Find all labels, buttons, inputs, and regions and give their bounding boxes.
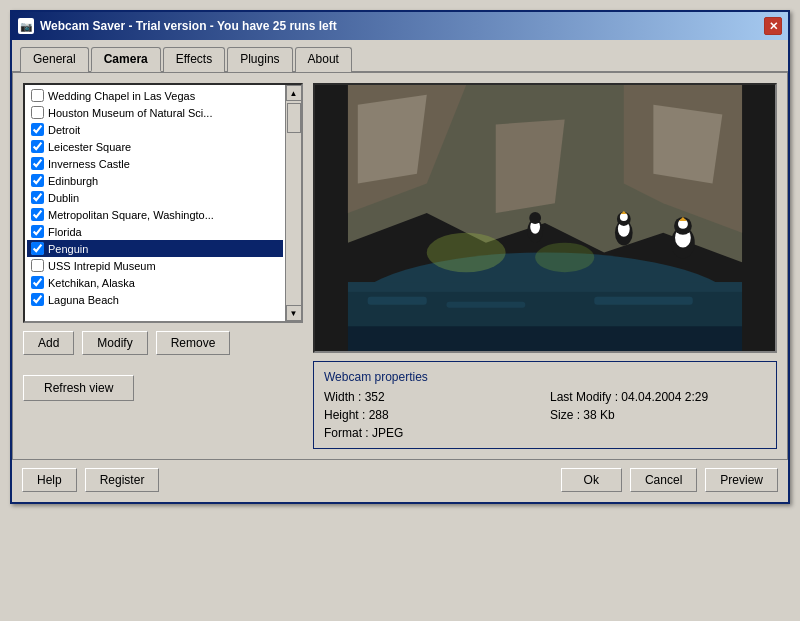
svg-marker-7: [358, 95, 427, 184]
preview-button[interactable]: Preview: [705, 468, 778, 492]
refresh-btn-row: Refresh view: [23, 375, 303, 401]
camera-checkbox[interactable]: [31, 276, 44, 289]
svg-point-21: [620, 213, 628, 221]
camera-label: Laguna Beach: [48, 294, 119, 306]
tab-content: Wedding Chapel in Las VegasHouston Museu…: [12, 73, 788, 460]
webcam-props-title: Webcam properties: [324, 370, 766, 384]
remove-button[interactable]: Remove: [156, 331, 231, 355]
list-item[interactable]: Houston Museum of Natural Sci...: [27, 104, 283, 121]
modify-button[interactable]: Modify: [82, 331, 147, 355]
camera-label: Houston Museum of Natural Sci...: [48, 107, 212, 119]
list-item[interactable]: Penguin: [27, 240, 283, 257]
window-title: Webcam Saver - Trial version - You have …: [40, 19, 337, 33]
close-button[interactable]: ✕: [764, 17, 782, 35]
bottom-bar: Help Register Ok Cancel Preview: [12, 460, 788, 502]
last-modify-prop: Last Modify : 04.04.2004 2:29: [550, 390, 766, 404]
camera-label: Penguin: [48, 243, 88, 255]
camera-label: Metropolitan Square, Washingto...: [48, 209, 214, 221]
webcam-properties: Webcam properties Width : 352 Last Modif…: [313, 361, 777, 449]
titlebar-left: 📷 Webcam Saver - Trial version - You hav…: [18, 18, 337, 34]
scrollbar[interactable]: ▲ ▼: [285, 85, 301, 321]
camera-list-container: Wedding Chapel in Las VegasHouston Museu…: [23, 83, 303, 323]
main-layout: Wedding Chapel in Las VegasHouston Museu…: [23, 83, 777, 449]
camera-checkbox[interactable]: [31, 106, 44, 119]
webcam-preview: [313, 83, 777, 353]
size-prop: Size : 38 Kb: [550, 408, 766, 422]
camera-checkbox[interactable]: [31, 140, 44, 153]
camera-label: USS Intrepid Museum: [48, 260, 156, 272]
svg-rect-11: [446, 302, 525, 308]
list-item[interactable]: Edinburgh: [27, 172, 283, 189]
svg-rect-12: [594, 297, 693, 305]
cancel-button[interactable]: Cancel: [630, 468, 697, 492]
camera-checkbox[interactable]: [31, 208, 44, 221]
camera-label: Detroit: [48, 124, 80, 136]
camera-checkbox[interactable]: [31, 123, 44, 136]
svg-marker-6: [653, 105, 722, 184]
list-item[interactable]: Laguna Beach: [27, 291, 283, 308]
tab-plugins[interactable]: Plugins: [227, 47, 292, 72]
camera-checkbox[interactable]: [31, 242, 44, 255]
list-item[interactable]: USS Intrepid Museum: [27, 257, 283, 274]
camera-checkbox[interactable]: [31, 225, 44, 238]
camera-label: Wedding Chapel in Las Vegas: [48, 90, 195, 102]
left-panel: Wedding Chapel in Las VegasHouston Museu…: [23, 83, 303, 449]
svg-marker-8: [496, 119, 565, 213]
tab-about[interactable]: About: [295, 47, 352, 72]
bottom-left-buttons: Help Register: [22, 468, 159, 492]
camera-checkbox[interactable]: [31, 191, 44, 204]
svg-marker-28: [348, 326, 742, 351]
camera-checkbox[interactable]: [31, 157, 44, 170]
add-button[interactable]: Add: [23, 331, 74, 355]
format-prop: Format : JPEG: [324, 426, 540, 440]
list-item[interactable]: Inverness Castle: [27, 155, 283, 172]
camera-list[interactable]: Wedding Chapel in Las VegasHouston Museu…: [25, 85, 285, 321]
camera-label: Leicester Square: [48, 141, 131, 153]
camera-label: Ketchikan, Alaska: [48, 277, 135, 289]
props-grid: Width : 352 Last Modify : 04.04.2004 2:2…: [324, 390, 766, 440]
right-panel: Webcam properties Width : 352 Last Modif…: [313, 83, 777, 449]
camera-label: Inverness Castle: [48, 158, 130, 170]
main-window: 📷 Webcam Saver - Trial version - You hav…: [10, 10, 790, 504]
titlebar: 📷 Webcam Saver - Trial version - You hav…: [12, 12, 788, 40]
tab-general[interactable]: General: [20, 47, 89, 72]
app-icon: 📷: [18, 18, 34, 34]
register-button[interactable]: Register: [85, 468, 160, 492]
tabbar: General Camera Effects Plugins About: [12, 40, 788, 73]
camera-checkbox[interactable]: [31, 89, 44, 102]
camera-label: Dublin: [48, 192, 79, 204]
camera-checkbox[interactable]: [31, 174, 44, 187]
height-prop: Height : 288: [324, 408, 540, 422]
svg-point-26: [427, 233, 506, 272]
svg-rect-10: [368, 297, 427, 305]
scroll-up-arrow[interactable]: ▲: [286, 85, 302, 101]
ok-button[interactable]: Ok: [561, 468, 622, 492]
list-item[interactable]: Wedding Chapel in Las Vegas: [27, 87, 283, 104]
scroll-down-arrow[interactable]: ▼: [286, 305, 302, 321]
svg-point-27: [535, 243, 594, 273]
list-item[interactable]: Metropolitan Square, Washingto...: [27, 206, 283, 223]
camera-label: Edinburgh: [48, 175, 98, 187]
help-button[interactable]: Help: [22, 468, 77, 492]
width-prop: Width : 352: [324, 390, 540, 404]
camera-checkbox[interactable]: [31, 259, 44, 272]
svg-point-25: [529, 212, 541, 224]
list-item[interactable]: Dublin: [27, 189, 283, 206]
list-buttons: Add Modify Remove: [23, 331, 303, 355]
list-item[interactable]: Ketchikan, Alaska: [27, 274, 283, 291]
tab-camera[interactable]: Camera: [91, 47, 161, 72]
list-item[interactable]: Leicester Square: [27, 138, 283, 155]
camera-label: Florida: [48, 226, 82, 238]
tab-effects[interactable]: Effects: [163, 47, 225, 72]
list-item[interactable]: Florida: [27, 223, 283, 240]
list-item[interactable]: Detroit: [27, 121, 283, 138]
camera-checkbox[interactable]: [31, 293, 44, 306]
scroll-thumb[interactable]: [287, 103, 301, 133]
refresh-button[interactable]: Refresh view: [23, 375, 134, 401]
bottom-right-buttons: Ok Cancel Preview: [561, 468, 778, 492]
preview-svg: [315, 85, 775, 351]
